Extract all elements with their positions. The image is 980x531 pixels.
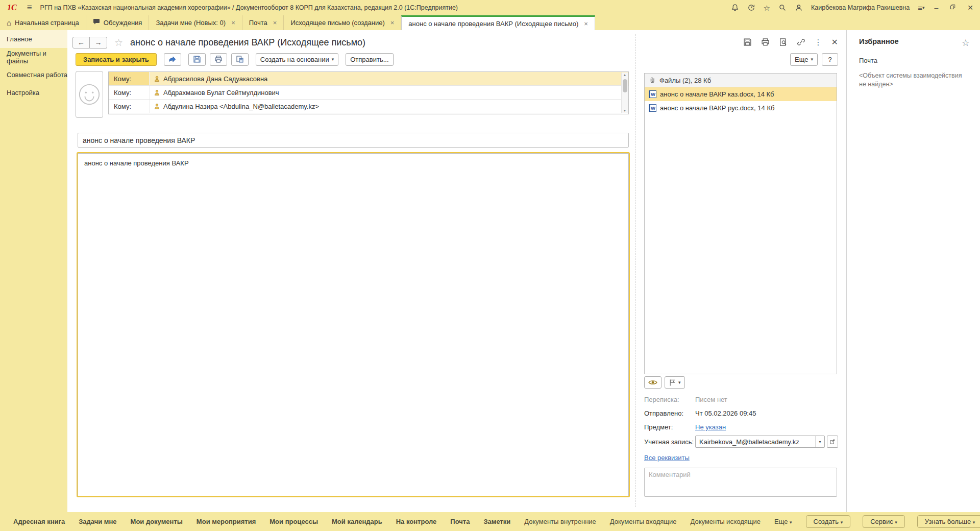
- scroll-down-icon[interactable]: ▼: [623, 108, 627, 113]
- recipient-field-label[interactable]: Кому:: [109, 72, 150, 85]
- recipient-field-label[interactable]: Кому:: [109, 86, 150, 99]
- more-commands-icon[interactable]: ⋮: [815, 38, 822, 47]
- account-row: Учетная запись: ▾: [644, 436, 838, 448]
- favorites-panel-star-icon[interactable]: ☆: [962, 37, 970, 49]
- account-combobox[interactable]: ▾: [695, 436, 825, 448]
- recipient-row[interactable]: Кому: Абдрасилова Дана Садуакасовна: [109, 72, 628, 86]
- smiley-face-icon: [78, 83, 101, 106]
- recipient-name[interactable]: Абдрасилова Дана Садуакасовна: [163, 75, 267, 83]
- bottom-link-address-book[interactable]: Адресная книга: [13, 518, 65, 525]
- create-button[interactable]: Создать ▾: [806, 515, 851, 528]
- bottom-link-my-tasks[interactable]: Задачи мне: [79, 518, 116, 525]
- more-button[interactable]: Еще ▾: [790, 53, 818, 66]
- bottom-link-my-documents[interactable]: Мои документы: [131, 518, 183, 525]
- panel-splitter[interactable]: [635, 34, 636, 507]
- print-icon[interactable]: [761, 38, 770, 46]
- tab-close-icon[interactable]: ×: [390, 19, 395, 27]
- files-panel: Файлы (2), 28 Кб W анонс о начале ВАКР к…: [644, 73, 837, 374]
- close-form-icon[interactable]: ✕: [831, 37, 838, 47]
- account-input[interactable]: [696, 438, 815, 446]
- send-arrow-button[interactable]: [164, 53, 181, 66]
- tab-label: Задачи мне (Новых: 0): [156, 19, 226, 27]
- sidebar-item-settings[interactable]: Настройка: [0, 84, 67, 102]
- file-item[interactable]: W анонс о начале ВАКР рус.docx, 14 Кб: [645, 101, 837, 115]
- subject-not-set-link[interactable]: Не указан: [695, 423, 726, 431]
- sidebar-item-collaboration[interactable]: Совместная работа: [0, 66, 67, 84]
- recipient-row[interactable]: Кому: Абдулина Назира <Abdulina_N@ballet…: [109, 100, 628, 113]
- preview-icon[interactable]: [779, 38, 788, 46]
- recipient-field-label[interactable]: Кому:: [109, 100, 150, 113]
- tab-tasks[interactable]: Задачи мне (Новых: 0) ×: [149, 15, 242, 30]
- add-to-favorites-star-icon[interactable]: ☆: [114, 37, 123, 49]
- save-button[interactable]: [188, 53, 206, 66]
- forward-button[interactable]: →: [90, 37, 107, 49]
- tab-outgoing-letter-create[interactable]: Исходящее письмо (создание) ×: [284, 15, 401, 30]
- recipients-scrollbar[interactable]: ▲ ▼: [621, 73, 628, 113]
- service-button[interactable]: Сервис ▾: [863, 515, 905, 528]
- recipient-row[interactable]: Кому: Абдрахманов Булат Сейтмулдинович: [109, 86, 628, 100]
- recipient-name[interactable]: Абдулина Назира <Abdulina_N@balletacadem…: [163, 103, 319, 110]
- sent-row: Отправлено: Чт 05.02.2026 09:45: [644, 409, 756, 417]
- file-name[interactable]: анонс о начале ВАКР рус.docx, 14 Кб: [660, 104, 774, 112]
- scroll-thumb[interactable]: [623, 79, 627, 92]
- scroll-up-icon[interactable]: ▲: [623, 73, 627, 78]
- print-button[interactable]: [210, 53, 227, 66]
- recipients-list: Кому: Абдрасилова Дана Садуакасовна Кому…: [108, 71, 629, 114]
- service-menu-icon[interactable]: ≡▾: [918, 4, 924, 12]
- save-icon[interactable]: [743, 38, 752, 46]
- chevron-down-icon: ▾: [790, 520, 792, 525]
- comment-textarea[interactable]: [644, 468, 837, 497]
- tab-outgoing-letter-active[interactable]: анонс о начале проведения ВАКР (Исходяще…: [401, 15, 595, 30]
- create-based-on-button[interactable]: Создать на основании ▾: [256, 53, 338, 66]
- tab-close-icon[interactable]: ×: [231, 19, 235, 27]
- bottom-link-mail[interactable]: Почта: [450, 518, 470, 525]
- eye-icon: [648, 379, 657, 386]
- sidebar: Главное Документы и файлы Совместная раб…: [0, 30, 67, 512]
- help-button[interactable]: ?: [822, 53, 838, 66]
- notifications-bell-icon[interactable]: [731, 4, 739, 12]
- bottom-link-my-processes[interactable]: Мои процессы: [270, 518, 318, 525]
- bottom-link-internal-documents[interactable]: Документы внутренние: [524, 518, 596, 525]
- subject-input[interactable]: [78, 133, 629, 148]
- link-icon[interactable]: [797, 38, 805, 46]
- all-requisites-link[interactable]: Все реквизиты: [644, 454, 690, 462]
- flag-button[interactable]: ▾: [665, 376, 685, 389]
- tab-discussions[interactable]: Обсуждения: [86, 15, 150, 30]
- main-menu-icon[interactable]: ≡: [24, 3, 35, 13]
- favorites-star-icon[interactable]: ☆: [764, 4, 770, 12]
- file-item[interactable]: W анонс о начале ВАКР каз.docx, 14 Кб: [645, 87, 837, 101]
- learn-more-button[interactable]: Узнать больше ▾: [917, 515, 980, 528]
- sidebar-item-documents[interactable]: Документы и файлы: [0, 48, 67, 66]
- favorites-item-mail[interactable]: Почта: [859, 57, 970, 64]
- bottom-link-incoming-documents[interactable]: Документы входящие: [610, 518, 677, 525]
- bottom-link-on-control[interactable]: На контроле: [396, 518, 437, 525]
- bottom-link-notes[interactable]: Заметки: [483, 518, 510, 525]
- create-based-on-label: Создать на основании: [260, 56, 329, 63]
- letter-body-editor[interactable]: анонс о начале проведения ВАКР: [78, 153, 629, 496]
- tab-mail[interactable]: Почта ×: [242, 15, 284, 30]
- bottom-link-my-events[interactable]: Мои мероприятия: [197, 518, 256, 525]
- tab-close-icon[interactable]: ×: [584, 20, 588, 28]
- tab-close-icon[interactable]: ×: [273, 19, 277, 27]
- user-icon[interactable]: [795, 4, 803, 12]
- back-button[interactable]: ←: [72, 37, 90, 49]
- restore-button[interactable]: [948, 4, 958, 12]
- tab-home[interactable]: ⌂ Начальная страница: [0, 15, 86, 30]
- search-icon[interactable]: [778, 4, 787, 12]
- recipient-name[interactable]: Абдрахманов Булат Сейтмулдинович: [163, 89, 279, 96]
- open-account-button[interactable]: [827, 436, 838, 448]
- send-button[interactable]: Отправить...: [346, 53, 393, 66]
- combobox-dropdown-icon[interactable]: ▾: [815, 436, 824, 447]
- bottom-link-outgoing-documents[interactable]: Документы исходящие: [691, 518, 761, 525]
- minimize-button[interactable]: –: [933, 4, 940, 12]
- close-window-button[interactable]: ✕: [966, 4, 975, 12]
- bottom-link-my-calendar[interactable]: Мой календарь: [332, 518, 382, 525]
- save-and-close-button[interactable]: Записать и закрыть: [76, 53, 157, 66]
- sidebar-item-main[interactable]: Главное: [0, 30, 67, 48]
- bottom-more-button[interactable]: Еще ▾: [774, 518, 792, 525]
- view-button[interactable]: [644, 376, 662, 389]
- save-copy-button[interactable]: [231, 53, 249, 66]
- file-name[interactable]: анонс о начале ВАКР каз.docx, 14 Кб: [660, 90, 774, 98]
- tab-label: Исходящее письмо (создание): [290, 19, 384, 27]
- history-icon[interactable]: [747, 4, 755, 12]
